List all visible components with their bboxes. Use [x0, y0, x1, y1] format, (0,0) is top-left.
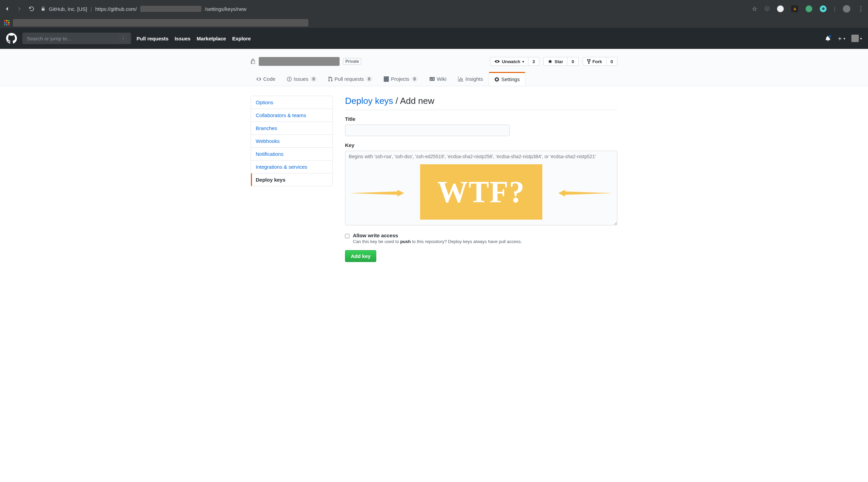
nav-pull-requests[interactable]: Pull requests — [137, 36, 168, 41]
sidebar-item-deploy-keys: Deploy keys — [251, 173, 332, 186]
amazon-extension-icon[interactable]: a — [791, 5, 798, 12]
graph-icon — [458, 76, 464, 82]
search-input[interactable] — [27, 36, 120, 41]
allow-write-checkbox[interactable] — [345, 234, 349, 238]
code-icon — [256, 76, 261, 82]
fork-count[interactable]: 0 — [607, 57, 617, 66]
reload-icon[interactable] — [29, 6, 35, 12]
create-new-menu[interactable]: ＋▾ — [837, 34, 845, 42]
extension-icon-2[interactable] — [806, 5, 812, 12]
user-menu[interactable]: ▾ — [851, 35, 862, 42]
react-extension-icon[interactable]: ⚛ — [820, 5, 827, 12]
breadcrumb-deploy-keys[interactable]: Deploy keys — [345, 96, 393, 106]
extension-icon[interactable] — [777, 5, 784, 12]
key-textarea[interactable] — [345, 151, 617, 225]
tab-wiki[interactable]: Wiki — [423, 72, 452, 86]
sidebar-item-webhooks[interactable]: Webhooks — [251, 135, 332, 148]
breadcrumb-current: Add new — [400, 96, 434, 106]
profile-avatar[interactable] — [843, 5, 850, 13]
search-box[interactable]: / — [22, 33, 131, 44]
nav-explore[interactable]: Explore — [232, 36, 251, 41]
bookmark-bar — [0, 18, 868, 28]
fork-button-group[interactable]: Fork 0 — [583, 57, 617, 66]
nav-marketplace[interactable]: Marketplace — [197, 36, 226, 41]
sidebar-item-notifications[interactable]: Notifications — [251, 148, 332, 161]
apps-icon[interactable] — [4, 20, 10, 25]
notifications-icon[interactable] — [825, 36, 831, 41]
url-redacted — [140, 6, 201, 12]
url-issuer: GitHub, Inc. [US] — [49, 6, 87, 12]
tab-projects[interactable]: Projects0 — [378, 72, 423, 86]
allow-write-label: Allow write access — [353, 233, 522, 238]
page-title: Deploy keys / Add new — [345, 96, 617, 110]
lock-icon — [251, 59, 255, 64]
github-header: / Pull requests Issues Marketplace Explo… — [0, 28, 868, 49]
github-logo[interactable] — [6, 33, 17, 44]
pr-icon — [328, 76, 332, 82]
repo-name-redacted[interactable] — [259, 57, 340, 66]
add-key-button[interactable]: Add key — [345, 250, 376, 262]
project-icon — [384, 76, 389, 82]
tab-issues[interactable]: Issues0 — [281, 72, 323, 86]
private-badge: Private — [343, 58, 361, 65]
watch-count[interactable]: 3 — [528, 57, 539, 66]
fork-icon — [587, 59, 591, 64]
watch-button-group[interactable]: Unwatch ▾ 3 — [490, 57, 539, 66]
lock-icon — [41, 6, 46, 11]
key-label: Key — [345, 142, 617, 148]
sidebar-item-branches[interactable]: Branches — [251, 122, 332, 135]
tab-insights[interactable]: Insights — [452, 72, 489, 86]
avatar — [851, 35, 859, 42]
title-input[interactable] — [345, 125, 510, 136]
browser-toolbar: GitHub, Inc. [US] | https://github.com//… — [0, 0, 868, 18]
allow-write-note: Can this key be used to push to this rep… — [353, 239, 522, 244]
url-text-right: /settings/keys/new — [205, 6, 247, 12]
issue-icon — [287, 76, 292, 82]
forward-icon — [16, 6, 22, 12]
star-button-group[interactable]: Star 0 — [543, 57, 579, 66]
settings-sidebar: Options Collaborators & teams Branches W… — [251, 96, 333, 186]
url-text-left: https://github.com/ — [95, 6, 137, 12]
sidebar-item-options[interactable]: Options — [251, 96, 332, 109]
back-icon[interactable] — [4, 6, 10, 12]
bookmark-star-icon[interactable]: ☆ — [752, 5, 757, 13]
bookmarks-redacted — [13, 19, 308, 26]
info-icon[interactable]: ⓘ — [765, 6, 770, 12]
tab-code[interactable]: Code — [251, 72, 281, 86]
repo-tabs: Code Issues0 Pull requests0 Projects0 Wi… — [251, 72, 617, 86]
chrome-menu-icon[interactable]: ⋮ — [858, 5, 864, 13]
sidebar-item-integrations[interactable]: Integrations & services — [251, 161, 332, 173]
nav-issues[interactable]: Issues — [175, 36, 191, 41]
star-icon — [548, 59, 553, 64]
slash-hint-icon: / — [120, 35, 127, 42]
sidebar-item-collaborators[interactable]: Collaborators & teams — [251, 109, 332, 122]
url-bar[interactable]: GitHub, Inc. [US] | https://github.com//… — [41, 6, 247, 12]
gear-icon — [494, 77, 499, 82]
tab-pull-requests[interactable]: Pull requests0 — [323, 72, 378, 86]
eye-icon — [494, 59, 500, 63]
tab-settings[interactable]: Settings — [489, 72, 525, 86]
book-icon — [429, 76, 435, 82]
star-count[interactable]: 0 — [567, 57, 578, 66]
title-label: Title — [345, 116, 617, 122]
